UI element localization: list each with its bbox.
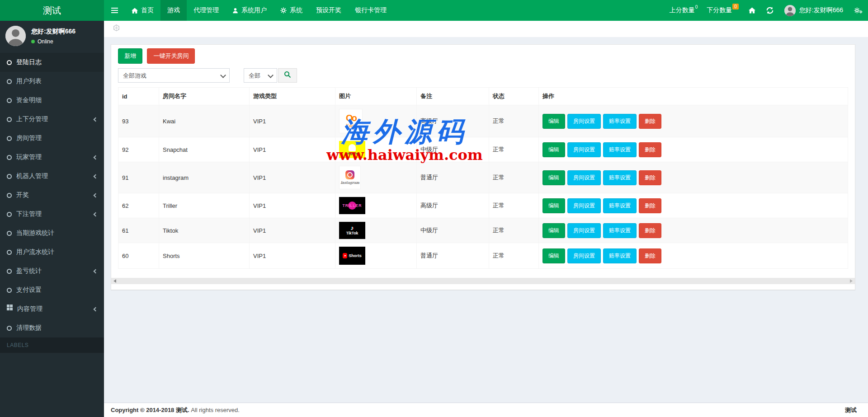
table-row: 62TrillerVIP1TRILLER高级厅正常编辑房间设置赔率设置删除 (118, 193, 848, 218)
cell-image: OoKwai (335, 105, 417, 137)
odds-settings-button[interactable]: 赔率设置 (603, 198, 637, 213)
game-filter-select[interactable]: 全部游戏 (118, 68, 230, 83)
sidebar-item-content-manage[interactable]: 内容管理 (0, 300, 104, 319)
toggle-rooms-button[interactable]: 一键开关房间 (147, 48, 195, 64)
cell-actions: 编辑房间设置赔率设置删除 (539, 193, 848, 218)
sidebar-item-robot-manage[interactable]: 机器人管理 (0, 167, 104, 186)
room-settings-button[interactable]: 房间设置 (567, 248, 601, 263)
cell-actions: 编辑房间设置赔率设置删除 (539, 137, 848, 162)
chevron-left-icon (94, 174, 98, 178)
edit-button[interactable]: 编辑 (542, 198, 565, 213)
delete-button[interactable]: 删除 (639, 223, 661, 238)
sidebar-item-lottery[interactable]: 开奖 (0, 186, 104, 205)
sidebar-item-clean-data[interactable]: 清理数据 (0, 319, 104, 337)
edit-button[interactable]: 编辑 (542, 170, 565, 185)
sidebar-item-current-game-stats[interactable]: 当期游戏统计 (0, 224, 104, 243)
cell-image: Shorts (335, 243, 417, 269)
horizontal-scrollbar[interactable] (111, 278, 855, 284)
nav-item-system-users[interactable]: 系统用户 (226, 0, 274, 21)
delete-button[interactable]: 删除 (639, 142, 661, 157)
edit-button[interactable]: 编辑 (542, 248, 565, 263)
sidebar-item-user-flow-stats[interactable]: 用户流水统计 (0, 243, 104, 262)
cell-actions: 编辑房间设置赔率设置删除 (539, 105, 848, 137)
settings-button[interactable] (849, 0, 868, 21)
sidebar-toggle-button[interactable] (104, 0, 125, 21)
nav-item-games[interactable]: 游戏 (160, 0, 187, 21)
add-button[interactable]: 新增 (118, 48, 142, 64)
odds-settings-button[interactable]: 赔率设置 (603, 114, 637, 129)
cell-actions: 编辑房间设置赔率设置删除 (539, 162, 848, 193)
cell-note: 普通厅 (417, 162, 489, 193)
cell-room-name: Triller (159, 193, 250, 218)
circle-icon (7, 79, 12, 84)
sidebar-item-label: 房间管理 (16, 134, 42, 142)
nav-item-home[interactable]: 首页 (125, 0, 160, 21)
table-row: 60ShortsVIP1Shorts普通厅正常编辑房间设置赔率设置删除 (118, 243, 848, 269)
sidebar-user-name: 您好:发财啊666 (31, 28, 75, 36)
kwai-text: Kwai (346, 123, 356, 128)
cell-id: 93 (118, 105, 159, 137)
cell-image: TRILLER (335, 193, 417, 218)
delete-button[interactable]: 删除 (639, 170, 661, 185)
sidebar-item-payment-settings[interactable]: 支付设置 (0, 281, 104, 300)
cell-note: 中级厅 (417, 218, 489, 243)
nav-item-label: 银行卡管理 (355, 6, 387, 14)
delete-button[interactable]: 删除 (639, 248, 661, 263)
sidebar-item-label: 机器人管理 (16, 172, 48, 180)
home-icon (132, 8, 138, 14)
nav-item-preset-draw[interactable]: 预设开奖 (309, 0, 348, 21)
edit-button[interactable]: 编辑 (542, 142, 565, 157)
sidebar-item-user-list[interactable]: 用户列表 (0, 72, 104, 91)
sidebar-item-room-manage[interactable]: 房间管理 (0, 129, 104, 148)
sidebar-item-label: 当期游戏统计 (16, 229, 54, 237)
user-menu[interactable]: 您好:发财啊666 (779, 5, 849, 16)
status-filter-select[interactable]: 全部 (244, 68, 277, 83)
odds-settings-button[interactable]: 赔率设置 (603, 248, 637, 263)
sidebar-item-bet-manage[interactable]: 下注管理 (0, 205, 104, 224)
sidebar-item-player-manage[interactable]: 玩家管理 (0, 148, 104, 167)
snapchat-text: Snapchat (345, 152, 359, 155)
edit-button[interactable]: 编辑 (542, 114, 565, 129)
sidebar-item-funds-detail[interactable]: 资金明细 (0, 91, 104, 110)
nav-item-bank-cards[interactable]: 银行卡管理 (348, 0, 393, 21)
scroll-left-icon[interactable] (113, 279, 116, 283)
odds-settings-button[interactable]: 赔率设置 (603, 142, 637, 157)
nav-item-label: 游戏 (167, 6, 180, 14)
edit-button[interactable]: 编辑 (542, 223, 565, 238)
navbar-menu: 首页游戏代理管理系统用户系统预设开奖银行卡管理 (125, 0, 393, 21)
refresh-icon (766, 7, 774, 14)
odds-settings-button[interactable]: 赔率设置 (603, 223, 637, 238)
hexagon-icon[interactable] (113, 24, 120, 33)
column-header: 图片 (335, 88, 417, 105)
nav-item-system[interactable]: 系统 (274, 0, 309, 21)
sidebar-item-updown-manage[interactable]: 上下分管理 (0, 110, 104, 129)
sidebar-item-label: 盈亏统计 (16, 267, 42, 275)
search-button[interactable] (278, 68, 297, 83)
cell-game-type: VIP1 (250, 137, 335, 162)
circle-icon (7, 193, 12, 198)
down-score-item[interactable]: 下分数量0 (702, 6, 743, 14)
sidebar-item-profit-stats[interactable]: 盈亏统计 (0, 262, 104, 281)
column-header: 房间名字 (159, 88, 250, 105)
delete-button[interactable]: 删除 (639, 114, 661, 129)
room-settings-button[interactable]: 房间设置 (567, 170, 601, 185)
nav-item-agents[interactable]: 代理管理 (187, 0, 226, 21)
sidebar-item-label: 内容管理 (17, 305, 42, 313)
sidebar-item-label: 开奖 (16, 191, 29, 199)
brand-logo[interactable]: 测试 (0, 0, 104, 21)
sidebar-item-login-log[interactable]: 登陆日志 (0, 53, 104, 72)
sidebar-item-label: 上下分管理 (16, 115, 48, 123)
odds-settings-button[interactable]: 赔率设置 (603, 170, 637, 185)
room-settings-button[interactable]: 房间设置 (567, 142, 601, 157)
refresh-button[interactable] (761, 0, 779, 21)
up-score-item[interactable]: 上分数量0 (665, 6, 703, 14)
footer-copyright: Copyright © 2014-2018 测试. All rights res… (111, 406, 240, 414)
room-settings-button[interactable]: 房间设置 (567, 198, 601, 213)
kwai-glyph: Oo (346, 114, 356, 122)
room-settings-button[interactable]: 房间设置 (567, 114, 601, 129)
home-shortcut-button[interactable] (743, 0, 761, 21)
room-settings-button[interactable]: 房间设置 (567, 223, 601, 238)
table-row: 93KwaiVIP1OoKwai高级厅正常编辑房间设置赔率设置删除 (118, 105, 848, 137)
scroll-right-icon[interactable] (850, 279, 853, 283)
delete-button[interactable]: 删除 (639, 198, 661, 213)
